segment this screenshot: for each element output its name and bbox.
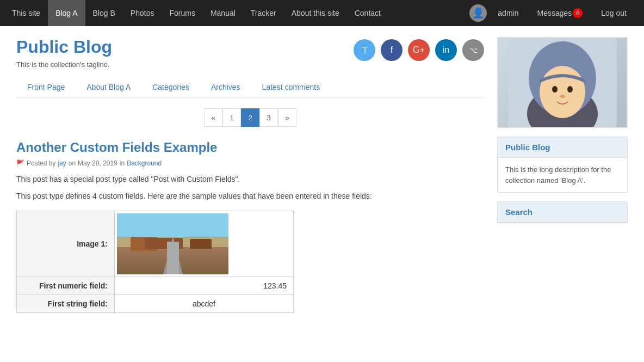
table-row: First numeric field: 123.45 [17, 277, 294, 295]
svg-point-5 [567, 86, 573, 93]
sidebar-search-card: Search [497, 201, 628, 223]
messages-badge: 6 [573, 8, 583, 18]
blog-title-area: Public Blog This is the collection's tag… [16, 37, 112, 77]
table-row: First string field: abcdef [17, 295, 294, 313]
subnav-front-page[interactable]: Front Page [16, 77, 76, 97]
sidebar-image-card [497, 37, 628, 128]
sidebar-public-blog-header: Public Blog [498, 137, 627, 158]
flag-icon: 🚩 [16, 159, 24, 167]
field-value-image [115, 211, 294, 277]
username[interactable]: admin [490, 0, 526, 26]
subnav-latest-comments[interactable]: Latest comments [251, 77, 331, 97]
sidebar-public-blog-body: This is the long description for the col… [498, 158, 627, 192]
pagination: « 1 2 3 » [16, 108, 484, 127]
pagination-prev[interactable]: « [204, 108, 222, 127]
baby-svg [508, 38, 617, 127]
svg-point-4 [552, 86, 558, 93]
custom-fields-table: Image 1: First numeric field: [16, 211, 294, 313]
table-row: Image 1: [17, 211, 294, 277]
subnav-archives[interactable]: Archives [200, 77, 251, 97]
post-date: May 28, 2019 [78, 159, 117, 167]
messages-link[interactable]: Messages 6 [529, 0, 590, 26]
main-content: Public Blog This is the collection's tag… [16, 37, 484, 313]
subnav-categories[interactable]: Categories [141, 77, 200, 97]
field-label-string: First string field: [17, 295, 115, 313]
post-article: Another Custom Fields Example 🚩 Posted b… [16, 140, 484, 313]
nav-item-contact[interactable]: Contact [347, 0, 388, 26]
linkedin-icon[interactable]: in [435, 39, 457, 61]
blog-header: Public Blog This is the collection's tag… [16, 37, 484, 77]
svg-point-3 [540, 66, 585, 118]
twitter-icon[interactable]: 𝕋 [354, 39, 375, 61]
nav-item-tracker[interactable]: Tracker [243, 0, 284, 26]
post-body-line2: This post type defines 4 custom fields. … [16, 191, 484, 202]
sidebar-public-blog-card: Public Blog This is the long description… [497, 137, 628, 193]
field-label-image: Image 1: [17, 211, 115, 277]
top-navigation: This site Blog A Blog B Photos Forums Ma… [0, 0, 644, 26]
field-value-string: abcdef [115, 295, 294, 313]
nav-item-manual[interactable]: Manual [203, 0, 243, 26]
avatar: 👤 [469, 4, 487, 22]
blog-tagline: This is the collection's tagline. [16, 60, 112, 69]
post-title[interactable]: Another Custom Fields Example [16, 140, 484, 155]
page-wrapper: Public Blog This is the collection's tag… [0, 26, 644, 324]
post-meta: 🚩 Posted by jay on May 28, 2019 in Backg… [16, 159, 484, 167]
github-icon[interactable]: ⌥ [462, 39, 484, 61]
nav-item-blog-a[interactable]: Blog A [48, 0, 85, 26]
field-label-numeric: First numeric field: [17, 277, 115, 295]
blog-subnav: Front Page About Blog A Categories Archi… [16, 77, 484, 97]
svg-point-6 [560, 95, 565, 98]
nav-item-this-site[interactable]: This site [4, 0, 48, 26]
pagination-page-1[interactable]: 1 [222, 108, 241, 127]
post-body-line1: This post has a special post type called… [16, 174, 484, 185]
pagination-page-2[interactable]: 2 [241, 108, 259, 127]
landscape-image [117, 213, 228, 274]
google-plus-icon[interactable]: G+ [408, 39, 430, 61]
sidebar-hero-image [498, 38, 627, 127]
blog-title: Public Blog [16, 37, 112, 57]
field-value-numeric: 123.45 [115, 277, 294, 295]
nav-item-forums[interactable]: Forums [162, 0, 202, 26]
pagination-next[interactable]: » [278, 108, 296, 127]
nav-item-blog-b[interactable]: Blog B [85, 0, 123, 26]
post-category[interactable]: Background [127, 159, 162, 167]
logout-button[interactable]: Log out [593, 0, 634, 26]
pagination-page-3[interactable]: 3 [259, 108, 278, 127]
facebook-icon[interactable]: f [381, 39, 403, 61]
social-icons-group: 𝕋 f G+ in ⌥ [354, 39, 484, 61]
nav-item-photos[interactable]: Photos [123, 0, 162, 26]
nav-item-about[interactable]: About this site [284, 0, 347, 26]
sidebar-search-header: Search [498, 202, 627, 223]
post-author[interactable]: jay [58, 159, 66, 167]
subnav-about-blog-a[interactable]: About Blog A [76, 77, 141, 97]
sidebar: Public Blog This is the long description… [497, 37, 628, 313]
user-area: 👤 admin Messages 6 Log out [464, 0, 640, 26]
